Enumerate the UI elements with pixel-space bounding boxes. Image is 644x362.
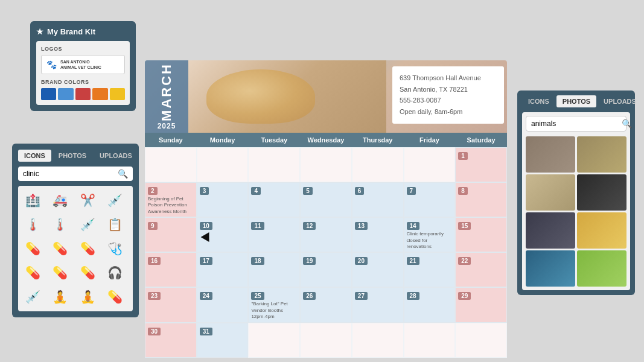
cal-note: "Barking Lot" Pet Vendor Booths 12pm-4pm [251, 301, 297, 320]
icon-item[interactable]: 🩺 [104, 238, 126, 259]
icon-item[interactable]: 💉 [77, 214, 98, 235]
cal-cell-20[interactable]: 20 [352, 252, 404, 287]
cal-cell-29[interactable]: 29 [455, 287, 507, 322]
photo-dog[interactable] [526, 174, 575, 211]
cal-cell-26[interactable]: 26 [300, 287, 352, 322]
right-tab-photos[interactable]: PHOTOS [556, 95, 596, 107]
cal-num: 7 [407, 187, 416, 195]
color-swatch-red[interactable] [75, 88, 91, 100]
cal-cell-11[interactable]: 11 [248, 217, 300, 252]
cal-cell-31[interactable]: 31 [197, 323, 249, 358]
cal-cell-empty[interactable] [352, 147, 404, 182]
icon-item[interactable]: ✂️ [77, 189, 98, 211]
cal-cell-30[interactable]: 30 [145, 323, 197, 358]
cal-cell-14[interactable]: 14 Clinic temporarily closed for renovat… [404, 217, 456, 252]
cal-num: 13 [355, 222, 368, 230]
cal-cell-empty[interactable] [352, 323, 404, 358]
cal-cell-9[interactable]: 9 [145, 217, 197, 252]
icon-item[interactable]: 💊 [49, 262, 71, 284]
cal-num: 28 [407, 292, 419, 300]
photo-lion[interactable] [577, 174, 626, 211]
tab-uploads[interactable]: UPLOADS [94, 150, 138, 162]
photos-search-button[interactable]: 🔍 [622, 119, 632, 129]
cal-cell-12[interactable]: 12 [300, 217, 352, 252]
icons-search-input[interactable] [23, 170, 118, 178]
cal-cell-17[interactable]: 17 [197, 252, 249, 287]
logo-box[interactable]: 🐾 SAN ANTONIO ANIMAL VET CLINIC [41, 55, 125, 74]
cal-cell-6[interactable]: 6 [352, 182, 404, 217]
cal-cell-8[interactable]: 8 [455, 182, 507, 217]
cal-cell-22[interactable]: 22 [455, 252, 507, 287]
cal-cell-empty[interactable] [145, 147, 197, 182]
icons-panel: ICONS PHOTOS UPLOADS 🔍 🏥 🚑 ✂️ 💉 🌡️ 🌡️ 💉 … [12, 144, 139, 317]
cal-cell-empty[interactable] [300, 323, 352, 358]
photo-field[interactable] [577, 250, 626, 287]
icon-item[interactable]: 📋 [104, 214, 126, 235]
photo-horse[interactable] [526, 212, 575, 249]
icon-item[interactable]: 🧘 [77, 286, 98, 308]
photos-search-area: 🔍 [522, 112, 630, 290]
icon-item[interactable]: 🎧 [104, 262, 126, 284]
icon-item[interactable]: 🏥 [22, 189, 43, 211]
photo-elephant[interactable] [526, 136, 575, 173]
cal-cell-21[interactable]: 21 [404, 252, 456, 287]
photo-monkey[interactable] [577, 136, 626, 173]
photo-bird[interactable] [526, 250, 575, 287]
logos-label: LOGOS [41, 46, 125, 52]
puppy-image [188, 60, 386, 133]
cal-cell-7[interactable]: 7 [404, 182, 456, 217]
cal-cell-empty[interactable] [248, 147, 300, 182]
color-swatch-blue[interactable] [41, 88, 56, 100]
color-swatch-yellow[interactable] [110, 88, 125, 100]
calendar-days-header: Sunday Monday Tuesday Wednesday Thursday… [145, 133, 507, 147]
cal-cell-16[interactable]: 16 [145, 252, 197, 287]
icons-search-button[interactable]: 🔍 [118, 169, 128, 179]
cal-num: 25 [251, 292, 264, 300]
cal-cell-19[interactable]: 19 [300, 252, 352, 287]
icon-item[interactable]: 💉 [104, 189, 126, 211]
color-swatch-orange[interactable] [92, 88, 107, 100]
cal-num: 23 [148, 292, 161, 300]
cal-cell-1[interactable]: 1 [455, 147, 507, 182]
cal-cell-3[interactable]: 3 [197, 182, 249, 217]
cal-cell-23[interactable]: 23 [145, 287, 197, 322]
icon-item[interactable]: 🌡️ [49, 214, 71, 235]
cal-cell-empty[interactable] [455, 323, 507, 358]
icon-item[interactable]: 💊 [49, 238, 71, 259]
cal-cell-empty[interactable] [404, 323, 456, 358]
cal-cell-empty[interactable] [248, 323, 300, 358]
right-tab-uploads[interactable]: UPLOADS [598, 95, 642, 107]
icons-panel-tabs: ICONS PHOTOS UPLOADS [18, 150, 133, 162]
photo-butterfly[interactable] [577, 212, 626, 249]
icon-item[interactable]: 💊 [104, 286, 126, 308]
icon-item[interactable]: 💊 [77, 262, 98, 284]
cal-cell-4[interactable]: 4 [248, 182, 300, 217]
address-line1: 639 Thompson Hall Avenue [400, 72, 497, 84]
tab-icons[interactable]: ICONS [18, 150, 51, 162]
cal-cell-empty[interactable] [197, 147, 249, 182]
icon-item[interactable]: 💊 [22, 262, 43, 284]
icon-item[interactable]: 💉 [22, 286, 43, 308]
cal-cell-25[interactable]: 25 "Barking Lot" Pet Vendor Booths 12pm-… [248, 287, 300, 322]
color-swatch-lightblue[interactable] [58, 88, 73, 100]
cal-cell-15[interactable]: 15 [455, 217, 507, 252]
icon-item[interactable]: 💊 [22, 238, 43, 259]
photos-panel: ICONS PHOTOS UPLOADS 🔍 [517, 91, 635, 295]
photos-search-input[interactable] [531, 119, 622, 128]
cal-cell-13[interactable]: 13 [352, 217, 404, 252]
right-tab-icons[interactable]: ICONS [522, 95, 555, 107]
icon-item[interactable]: 🧘 [49, 286, 71, 308]
cal-cell-2[interactable]: 2 Beginning of Pet Poison Prevention Awa… [145, 182, 197, 217]
cal-cell-empty[interactable] [300, 147, 352, 182]
cal-cell-28[interactable]: 28 [404, 287, 456, 322]
cal-num: 20 [355, 257, 368, 265]
cal-cell-5[interactable]: 5 [300, 182, 352, 217]
icon-item[interactable]: 🌡️ [22, 214, 43, 235]
icon-item[interactable]: 🚑 [49, 189, 71, 211]
cal-cell-27[interactable]: 27 [352, 287, 404, 322]
cal-cell-24[interactable]: 24 [197, 287, 249, 322]
tab-photos[interactable]: PHOTOS [53, 150, 92, 162]
icon-item[interactable]: 💊 [77, 238, 98, 259]
cal-cell-empty[interactable] [404, 147, 456, 182]
cal-cell-18[interactable]: 18 [248, 252, 300, 287]
